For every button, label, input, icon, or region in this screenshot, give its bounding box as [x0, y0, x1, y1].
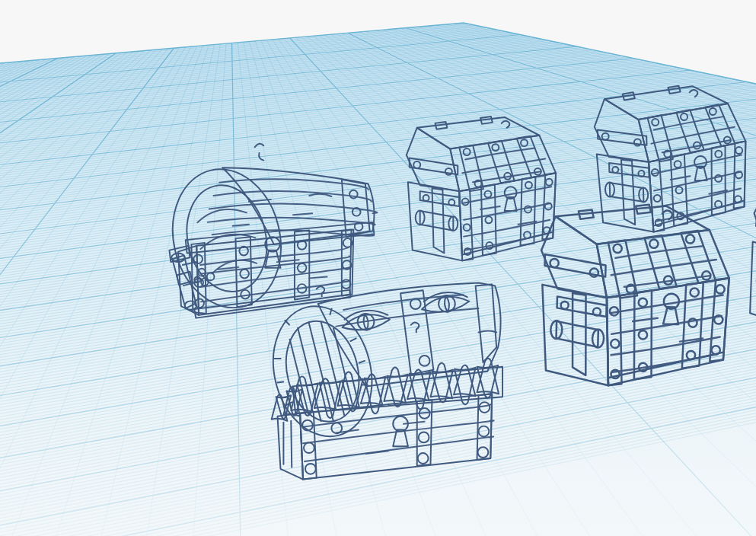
chest-side-handle	[550, 292, 607, 375]
carving-mark	[502, 121, 509, 128]
chest-plain-midright[interactable]	[517, 196, 751, 397]
carving-mark	[690, 90, 698, 97]
mimic-eye-right	[420, 290, 470, 314]
chest-lid	[407, 116, 556, 191]
mimic-eye-left	[341, 308, 391, 333]
chest-keyhole	[505, 187, 517, 211]
chest-side-handle	[753, 249, 756, 321]
modeling-viewport[interactable]	[0, 0, 756, 536]
carving-mark	[255, 144, 264, 161]
chest-keyhole	[663, 294, 679, 325]
chest-mimic[interactable]	[254, 257, 505, 479]
carving-mark	[411, 322, 419, 332]
carving-mark	[662, 210, 673, 219]
carving-mark	[317, 286, 324, 296]
chest-lid	[593, 84, 746, 163]
chest-body	[744, 232, 756, 340]
chest-keyhole	[694, 156, 707, 180]
chest-side-handle	[416, 188, 460, 253]
